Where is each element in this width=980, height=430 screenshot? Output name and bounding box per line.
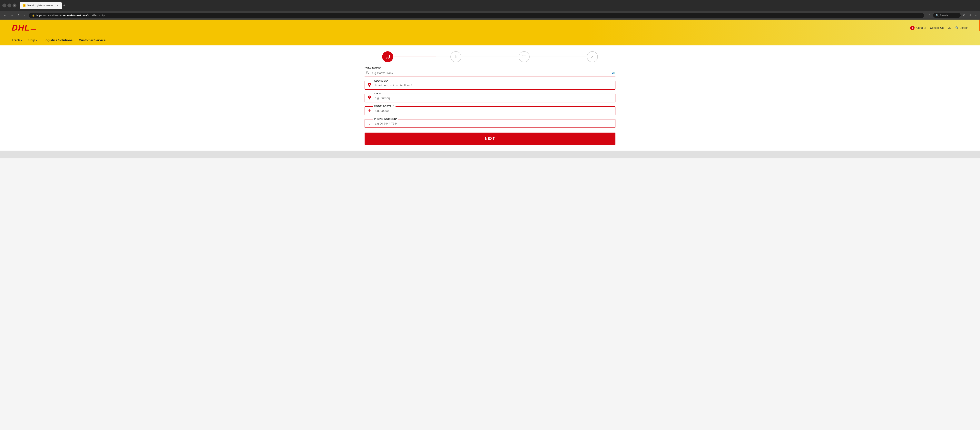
city-pin-icon <box>368 95 371 101</box>
svg-point-2 <box>386 58 387 59</box>
postal-icon <box>368 108 372 113</box>
address-input-wrapper: ADDRESS* <box>364 81 616 90</box>
city-input-wrapper: CITY* <box>364 94 616 102</box>
svg-point-7 <box>369 84 370 85</box>
browser-search-bar[interactable]: 🔍 Search <box>933 13 961 18</box>
dhl-logo: DHL <box>12 23 36 32</box>
menu-button[interactable]: ≡ <box>974 13 978 17</box>
postal-input[interactable] <box>375 109 613 113</box>
ship-arrow-icon: ▾ <box>36 39 37 42</box>
city-input[interactable] <box>375 96 613 100</box>
browser-tools: ☆ 🔍 Search ⚙ ⬇ ≡ <box>927 13 978 18</box>
full-name-field-group: FULL NAME* 🪪 <box>364 66 616 77</box>
nav-customer-service[interactable]: Customer Service <box>79 35 105 45</box>
url-domain: serverdatahost.com <box>63 14 87 17</box>
language-button[interactable]: EN <box>947 26 951 29</box>
logo-lines <box>30 28 36 30</box>
city-field-group: CITY* <box>364 94 616 102</box>
nav-track[interactable]: Track ▾ <box>12 35 22 45</box>
form-section: FULL NAME* 🪪 ADDRESS* <box>353 66 627 151</box>
svg-point-8 <box>369 97 370 97</box>
progress-section: ℹ ✓ <box>0 45 980 66</box>
url-display: https://acousticlive-dev.serverdatahost.… <box>37 14 105 17</box>
step-2-icon: ℹ <box>455 54 457 59</box>
active-tab[interactable]: D Global Logistics - Interna... ✕ <box>20 2 62 9</box>
step-3-circle <box>519 51 530 62</box>
phone-label: PHONE NUMBER* <box>373 117 398 121</box>
phone-field-group: PHONE NUMBER* <box>364 119 616 128</box>
postal-input-wrapper: CODE POSTAL* <box>364 106 616 115</box>
postal-label: CODE POSTAL* <box>373 105 396 108</box>
header-search-label: Search <box>959 26 968 29</box>
id-card-icon: 🪪 <box>611 71 616 75</box>
forward-button[interactable]: → <box>10 13 15 18</box>
track-arrow-icon: ▾ <box>21 39 22 42</box>
step-4-icon: ✓ <box>591 54 594 59</box>
step-3-icon <box>522 55 527 59</box>
svg-rect-4 <box>522 55 526 58</box>
step-4-circle: ✓ <box>587 51 598 62</box>
browser-chrome: — □ ✕ D Global Logistics - Interna... ✕ … <box>0 0 980 11</box>
nav-logistics[interactable]: Logistics Solutions <box>43 35 73 45</box>
address-pin-icon <box>368 83 371 88</box>
address-bar[interactable]: 🔒 https://acousticlive-dev.serverdatahos… <box>29 13 924 18</box>
dhl-nav: Track ▾ Ship ▾ Logistics Solutions Custo… <box>0 35 980 45</box>
browser-search-icon: 🔍 <box>935 14 939 17</box>
step-1-circle <box>382 51 393 62</box>
tab-favicon: D <box>23 4 25 7</box>
full-name-input[interactable] <box>372 71 609 75</box>
phone-input-wrapper: PHONE NUMBER* <box>364 119 616 128</box>
tab-bar: D Global Logistics - Interna... ✕ + <box>20 2 66 9</box>
step-1-icon <box>385 54 390 59</box>
lock-icon: 🔒 <box>32 14 35 17</box>
nav-logistics-label: Logistics Solutions <box>43 38 73 42</box>
tab-close-button[interactable]: ✕ <box>57 4 59 7</box>
footer-grey-bar <box>0 151 980 159</box>
dhl-page: DHL ! Alerts(2) Contact Us EN 🔍 Search <box>0 20 980 159</box>
logo-line-2 <box>30 29 36 30</box>
alerts-button[interactable]: ! Alerts(2) <box>910 25 926 30</box>
header-right: ! Alerts(2) Contact Us EN 🔍 Search <box>910 25 968 30</box>
address-field-group: ADDRESS* <box>364 81 616 90</box>
address-bar-row: ← → ↻ ⌂ 🔒 https://acousticlive-dev.serve… <box>0 11 980 20</box>
home-button[interactable]: ⌂ <box>23 13 27 18</box>
contact-us-link[interactable]: Contact Us <box>930 26 943 29</box>
phone-input[interactable] <box>375 122 613 125</box>
next-button[interactable]: NEXT <box>364 133 616 145</box>
close-button[interactable]: ✕ <box>13 3 16 8</box>
back-button[interactable]: ← <box>2 13 8 18</box>
address-label: ADDRESS* <box>373 79 390 82</box>
minimize-button[interactable]: — <box>2 3 6 8</box>
svg-point-11 <box>369 124 370 125</box>
address-input[interactable] <box>375 84 613 87</box>
extensions-button[interactable]: ⚙ <box>962 13 967 17</box>
svg-point-3 <box>388 58 389 59</box>
full-name-label: FULL NAME* <box>364 66 616 69</box>
window-controls: — □ ✕ <box>2 3 16 8</box>
full-name-input-row: 🪪 <box>364 69 616 77</box>
bookmark-button[interactable]: ☆ <box>927 13 932 17</box>
step-2-circle: ℹ <box>450 51 461 62</box>
nav-ship[interactable]: Ship ▾ <box>29 35 37 45</box>
phone-icon <box>368 121 371 126</box>
svg-rect-0 <box>386 55 390 58</box>
logo-text: DHL <box>12 23 30 32</box>
nav-track-label: Track <box>12 38 20 42</box>
nav-ship-label: Ship <box>29 38 35 42</box>
svg-point-6 <box>366 71 368 73</box>
scroll-indicator <box>979 20 980 31</box>
url-path: /w1nd3ekm.php <box>87 14 105 17</box>
header-search-icon: 🔍 <box>955 26 959 29</box>
header-search-button[interactable]: 🔍 Search <box>955 26 968 29</box>
nav-customer-service-label: Customer Service <box>79 38 105 42</box>
downloads-button[interactable]: ⬇ <box>968 13 972 17</box>
progress-bar: ℹ ✓ <box>382 51 598 62</box>
url-prefix: https://acousticlive-dev. <box>37 14 63 17</box>
new-tab-button[interactable]: + <box>62 3 66 8</box>
maximize-button[interactable]: □ <box>8 3 11 8</box>
browser-search-label: Search <box>940 14 948 17</box>
logo-line-1 <box>30 28 36 29</box>
city-label: CITY* <box>373 92 382 95</box>
reload-button[interactable]: ↻ <box>16 13 21 18</box>
header-top: DHL ! Alerts(2) Contact Us EN 🔍 Search <box>0 20 980 35</box>
